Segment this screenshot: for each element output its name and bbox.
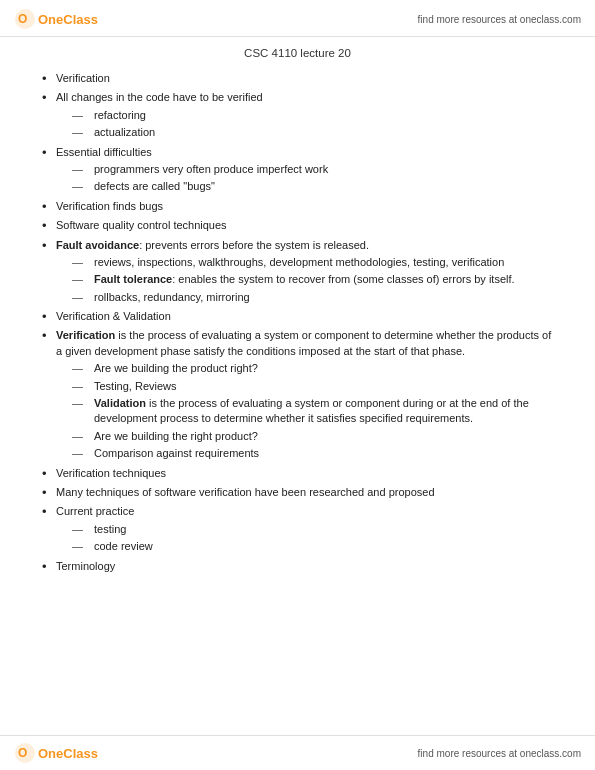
sub-list: reviews, inspections, walkthroughs, deve… — [72, 255, 555, 305]
sub-item-text: reviews, inspections, walkthroughs, deve… — [94, 256, 504, 268]
footer-logo-text: OneClass — [38, 746, 98, 761]
svg-text:O: O — [18, 746, 27, 760]
list-item: Comparison against requirements — [72, 446, 555, 461]
svg-text:O: O — [18, 12, 27, 26]
logo-class: Class — [63, 12, 98, 27]
sub-list: programmers very often produce imperfect… — [72, 162, 555, 195]
footer-logo-icon: O — [14, 742, 36, 764]
item-text: Current practice — [56, 505, 134, 517]
sub-item-text: defects are called "bugs" — [94, 180, 215, 192]
item-bold-prefix: Verification — [56, 329, 115, 341]
list-item: Validation is the process of evaluating … — [72, 396, 555, 427]
list-item: Testing, Reviews — [72, 379, 555, 394]
list-item: Verification is the process of evaluatin… — [40, 328, 555, 461]
list-item: Are we building the right product? — [72, 429, 555, 444]
list-item: code review — [72, 539, 555, 554]
sub-item-text: Testing, Reviews — [94, 380, 177, 392]
item-text: All changes in the code have to be verif… — [56, 91, 263, 103]
sub-item-text: refactoring — [94, 109, 146, 121]
list-item: Many techniques of software verification… — [40, 485, 555, 500]
footer-logo: O OneClass — [14, 742, 98, 764]
list-item: Verification — [40, 71, 555, 86]
item-text: is the process of evaluating a system or… — [56, 329, 551, 356]
item-text: Many techniques of software verification… — [56, 486, 435, 498]
list-item: Terminology — [40, 559, 555, 574]
sub-item-bold: Fault tolerance — [94, 273, 172, 285]
item-text: Essential difficulties — [56, 146, 152, 158]
item-text: Verification techniques — [56, 467, 166, 479]
sub-list: Are we building the product right? Testi… — [72, 361, 555, 461]
list-item: Are we building the product right? — [72, 361, 555, 376]
logo-icon: O — [14, 8, 36, 30]
sub-item-text: Are we building the right product? — [94, 430, 258, 442]
sub-item-bold: Validation — [94, 397, 146, 409]
footer-logo-one: One — [38, 746, 63, 761]
sub-item-text: programmers very often produce imperfect… — [94, 163, 328, 175]
logo-text: OneClass — [38, 12, 98, 27]
list-item: defects are called "bugs" — [72, 179, 555, 194]
sub-item-text: Are we building the product right? — [94, 362, 258, 374]
list-item: Current practice testing code review — [40, 504, 555, 554]
item-text: Verification — [56, 72, 110, 84]
item-text: Software quality control techniques — [56, 219, 227, 231]
sub-item-text: testing — [94, 523, 126, 535]
list-item: Essential difficulties programmers very … — [40, 145, 555, 195]
list-item: testing — [72, 522, 555, 537]
logo: O OneClass — [14, 8, 98, 30]
list-item: rollbacks, redundancy, mirroring — [72, 290, 555, 305]
list-item: Fault avoidance: prevents errors before … — [40, 238, 555, 306]
header: O OneClass find more resources at onecla… — [0, 0, 595, 37]
sub-item-text: code review — [94, 540, 153, 552]
item-text: : prevents errors before the system is r… — [139, 239, 369, 251]
header-tagline: find more resources at oneclass.com — [418, 14, 581, 25]
list-item: Verification & Validation — [40, 309, 555, 324]
logo-one: One — [38, 12, 63, 27]
list-item: Fault tolerance: enables the system to r… — [72, 272, 555, 287]
list-item: Verification finds bugs — [40, 199, 555, 214]
list-item: All changes in the code have to be verif… — [40, 90, 555, 140]
item-bold-prefix: Fault avoidance — [56, 239, 139, 251]
footer: O OneClass find more resources at onecla… — [0, 735, 595, 770]
list-item: refactoring — [72, 108, 555, 123]
sub-item-text: Comparison against requirements — [94, 447, 259, 459]
list-item: actualization — [72, 125, 555, 140]
sub-item-text: actualization — [94, 126, 155, 138]
footer-tagline: find more resources at oneclass.com — [418, 748, 581, 759]
list-item: Software quality control techniques — [40, 218, 555, 233]
sub-item-text: rollbacks, redundancy, mirroring — [94, 291, 250, 303]
list-item: programmers very often produce imperfect… — [72, 162, 555, 177]
item-text: Verification & Validation — [56, 310, 171, 322]
sub-list: refactoring actualization — [72, 108, 555, 141]
page-title: CSC 4110 lecture 20 — [40, 47, 555, 59]
item-text: Terminology — [56, 560, 115, 572]
main-content: CSC 4110 lecture 20 Verification All cha… — [0, 37, 595, 588]
item-text: Verification finds bugs — [56, 200, 163, 212]
list-item: reviews, inspections, walkthroughs, deve… — [72, 255, 555, 270]
sub-item-text: : enables the system to recover from (so… — [172, 273, 514, 285]
content-list: Verification All changes in the code hav… — [40, 71, 555, 574]
footer-logo-class: Class — [63, 746, 98, 761]
sub-list: testing code review — [72, 522, 555, 555]
sub-item-text: is the process of evaluating a system or… — [94, 397, 529, 424]
list-item: Verification techniques — [40, 466, 555, 481]
